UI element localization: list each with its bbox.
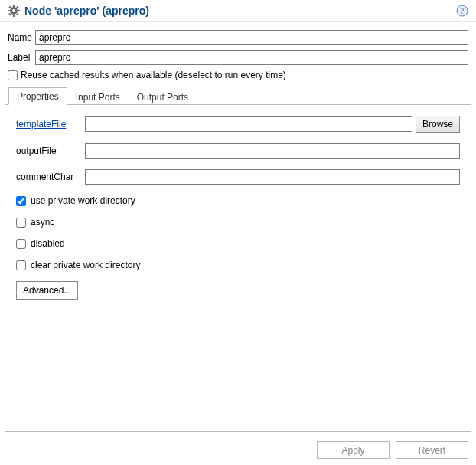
- tab-properties[interactable]: Properties: [8, 87, 67, 105]
- outputfile-label: outputFile: [16, 146, 85, 156]
- top-form: Name Label Reuse cached results when ava…: [0, 22, 476, 80]
- outputfile-input[interactable]: [85, 143, 460, 159]
- revert-button[interactable]: Revert: [396, 441, 468, 459]
- apply-button[interactable]: Apply: [317, 441, 390, 459]
- templatefile-input[interactable]: [85, 116, 412, 132]
- footer-buttons: Apply Revert: [317, 441, 468, 459]
- help-icon[interactable]: ?: [456, 5, 468, 17]
- svg-point-1: [12, 9, 15, 12]
- label-input[interactable]: [35, 50, 468, 65]
- panel-title: Node 'aprepro' (aprepro): [24, 5, 456, 17]
- svg-rect-5: [18, 10, 20, 11]
- svg-rect-2: [13, 5, 15, 7]
- tab-container: Properties Input Ports Output Ports temp…: [5, 87, 471, 432]
- disabled-checkbox[interactable]: [16, 239, 26, 249]
- svg-rect-4: [8, 10, 10, 11]
- name-label: Name: [8, 32, 35, 43]
- disabled-label: disabled: [31, 238, 65, 249]
- commentchar-label: commentChar: [16, 172, 85, 182]
- tab-input-ports[interactable]: Input Ports: [67, 88, 129, 105]
- browse-button[interactable]: Browse: [416, 116, 460, 133]
- gear-icon: [8, 5, 20, 17]
- async-label: async: [31, 217, 54, 228]
- tab-output-ports[interactable]: Output Ports: [129, 88, 197, 105]
- clear-private-checkbox[interactable]: [16, 260, 26, 270]
- svg-rect-3: [13, 15, 15, 17]
- tabstrip: Properties Input Ports Output Ports: [5, 87, 471, 105]
- svg-text:?: ?: [461, 7, 465, 15]
- reuse-checkbox[interactable]: [8, 70, 18, 80]
- templatefile-label[interactable]: templateFile: [16, 119, 85, 129]
- commentchar-input[interactable]: [85, 169, 460, 185]
- use-private-label: use private work directory: [31, 195, 135, 206]
- properties-panel: templateFile Browse outputFile commentCh…: [5, 105, 471, 310]
- reuse-label: Reuse cached results when available (des…: [21, 70, 286, 80]
- panel-header: Node 'aprepro' (aprepro) ?: [0, 0, 476, 22]
- async-checkbox[interactable]: [16, 218, 26, 228]
- advanced-button[interactable]: Advanced...: [16, 281, 78, 300]
- use-private-checkbox[interactable]: [16, 196, 26, 206]
- clear-private-label: clear private work directory: [31, 260, 140, 270]
- label-label: Label: [8, 52, 35, 63]
- name-input[interactable]: [35, 30, 468, 45]
